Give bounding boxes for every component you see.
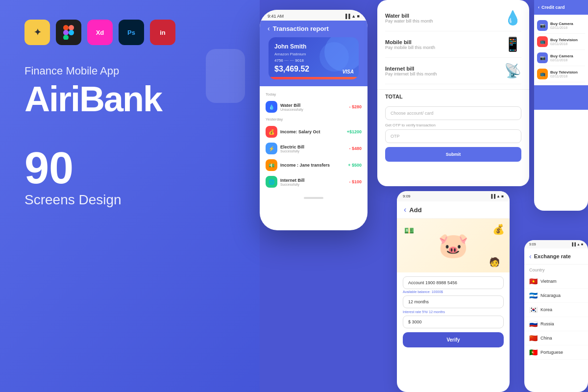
tx-amount: - $100: [349, 179, 362, 184]
tx-icon-salary: 💰: [266, 126, 277, 138]
credit-item-text: Buy Camera 02/11/2018: [550, 54, 573, 62]
piggy-bank-illustration: 🐷: [438, 231, 468, 260]
app-title: AiriBank: [24, 81, 235, 117]
amount-field[interactable]: $ 3000: [403, 316, 504, 328]
tx-status: Successfully: [280, 183, 349, 186]
tx-name: Income: Salary Oct: [280, 129, 347, 134]
tx-name: Internet Bill: [280, 178, 349, 183]
interest-label: Interest rate 5%/ 12 months: [403, 310, 504, 314]
back-arrow-icon[interactable]: ‹: [268, 24, 270, 32]
in-icon: in: [150, 20, 175, 45]
exchange-back-icon[interactable]: ‹: [529, 252, 532, 260]
country-label: Country: [524, 265, 588, 274]
china-flag: 🇨🇳: [529, 334, 538, 342]
svg-rect-2: [63, 30, 69, 35]
list-item: 📺 Buy Television 02/11/2018: [537, 34, 585, 50]
list-item: Water bill Pay water bill this month 💧: [385, 5, 521, 31]
add-panel: 9:09 ▐▐ ▲ ■ ‹ Add 🐷 💰 💵 🧑 Account 1900 8…: [397, 191, 510, 392]
bill-info: Mobile bill Pay mobile bill this month: [385, 39, 435, 50]
tx-name: Water Bill: [280, 103, 349, 108]
list-item: Internet bill Pay internet bill this mon…: [385, 58, 521, 84]
verify-button[interactable]: Verify: [403, 332, 504, 347]
decorative-rect: [206, 49, 245, 103]
tx-name: Income : Jane transfers: [280, 163, 348, 168]
credit-item-date: 02/11/2018: [550, 58, 573, 62]
internet-bill-icon: 📡: [504, 63, 521, 79]
total-section: TOTAL: [377, 89, 529, 103]
card-brand: VISA: [343, 69, 354, 74]
tx-amount: - $280: [349, 104, 362, 109]
tx-icon-jane: 💵: [266, 159, 277, 171]
bill-info: Internet bill Pay internet bill this mon…: [385, 66, 437, 76]
country-name: Russia: [540, 321, 554, 326]
add-back-icon[interactable]: ‹: [404, 205, 406, 214]
credit-item-date: 02/11/2018: [550, 74, 578, 78]
add-header: ‹ Add: [397, 201, 510, 219]
credit-item-text: Buy Camera 02/11/2018: [550, 22, 573, 29]
tx-name: Electric Bill: [280, 145, 349, 149]
exchange-title: Exchange rate: [534, 253, 571, 259]
phone-header: ‹ Transaction report John Smith Amazon P…: [260, 21, 368, 86]
transaction-list: Today 💧 Water Bill Unsuccessfully - $280…: [260, 86, 368, 194]
add-status-time: 9:09: [403, 194, 411, 198]
add-illustration: 🐷 💰 💵 🧑: [397, 219, 510, 272]
svg-rect-0: [63, 25, 69, 30]
tx-info: Water Bill Unsuccessfully: [280, 103, 349, 111]
russia-flag: 🇷🇺: [529, 320, 538, 328]
credit-item-text: Buy Television 02/11/2018: [550, 70, 578, 78]
person-illustration: 🧑: [489, 257, 500, 268]
list-item: 📷 Buy Camera 02/11/2018: [537, 50, 585, 66]
credit-panel-header: ‹ Credit card: [534, 0, 588, 15]
status-icons: ▐▐ ▲ ■: [344, 14, 360, 19]
country-name: Korea: [540, 307, 552, 312]
phone-nav: ‹ Transaction report: [268, 24, 360, 32]
exchange-status-bar: 9:09 ▐▐ ▲ ■: [524, 240, 588, 248]
tv-icon-2: 📺: [537, 69, 548, 79]
account-field[interactable]: Account 1900 8988 5456: [403, 276, 504, 289]
tx-status: Successfully: [280, 149, 349, 153]
card-deco-circle2: [319, 42, 349, 72]
account-select[interactable]: Choose account/ card: [385, 106, 521, 120]
bills-panel: Water bill Pay water bill this month 💧 M…: [377, 0, 529, 186]
otp-input[interactable]: OTP: [385, 129, 521, 143]
tx-icon-internet: 🌐: [266, 176, 277, 188]
panel-footer-blue: [534, 85, 588, 110]
tx-info: Internet Bill Successfully: [280, 178, 349, 186]
bill-sub: Pay internet bill this month: [385, 72, 437, 76]
tx-info: Electric Bill Successfully: [280, 145, 349, 153]
credit-back-icon[interactable]: ‹: [538, 5, 539, 10]
ps-icon: Ps: [119, 20, 144, 45]
app-subtitle: Finance Mobile App: [24, 65, 235, 77]
otp-label: Get OTP to verify transaction: [377, 123, 529, 127]
card-stripe: [269, 77, 359, 79]
phone-mockup-container: 9:41 AM ▐▐ ▲ ■ ‹ Transaction report John…: [255, 10, 372, 382]
bills-list: Water bill Pay water bill this month 💧 M…: [377, 0, 529, 89]
table-row: ⚡ Electric Bill Successfully - $480: [266, 140, 362, 157]
tx-info: Income : Jane transfers: [280, 163, 348, 168]
add-status-icons: ▐▐ ▲ ■: [490, 194, 504, 198]
months-field[interactable]: 12 months: [403, 295, 504, 308]
add-form: Account 1900 8988 5456 Available balance…: [397, 272, 510, 351]
water-bill-icon: 💧: [504, 10, 521, 26]
list-item: 📺 Buy Television 02/11/2018: [537, 66, 585, 82]
phone-title: Transaction report: [273, 25, 329, 32]
tx-amount: +$1200: [347, 129, 362, 134]
tx-amount: + $500: [348, 163, 362, 168]
list-item: Mobile bill Pay mobile bill this month 📱: [385, 31, 521, 58]
bill-name: Internet bill: [385, 66, 437, 72]
camera-icon-2: 📷: [537, 52, 548, 63]
coins-illustration: 💰: [492, 223, 505, 235]
table-row: 💵 Income : Jane transfers + $500: [266, 157, 362, 173]
submit-button[interactable]: Submit: [385, 147, 521, 162]
exchange-status-time: 9:09: [529, 243, 536, 246]
country-name: Portuguese: [540, 350, 563, 355]
tx-info: Income: Salary Oct: [280, 129, 347, 134]
add-title: Add: [409, 206, 421, 214]
credit-items-list: 📷 Buy Camera 02/11/2018 📺 Buy Television…: [534, 15, 588, 85]
tx-icon-electric: ⚡: [266, 143, 277, 154]
dollar-illustration: 💵: [404, 226, 414, 235]
nicaragua-flag: 🇳🇮: [529, 292, 538, 299]
korea-flag: 🇰🇷: [529, 306, 538, 314]
tx-amount: - $480: [349, 146, 362, 151]
country-name: China: [540, 336, 552, 341]
